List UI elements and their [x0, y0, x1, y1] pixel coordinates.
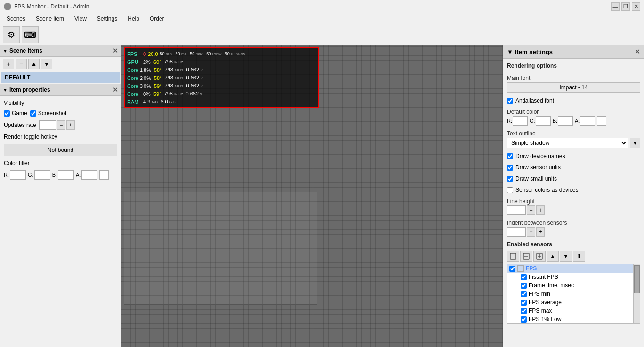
visibility-checks-row: Game Screenshot: [4, 110, 117, 117]
sensor-move-up[interactable]: ▲: [547, 251, 559, 262]
sensor-fps-max-checkbox[interactable]: [521, 308, 527, 314]
sensor-tool-3[interactable]: [533, 251, 546, 262]
line-height-decrement[interactable]: −: [527, 205, 535, 215]
indent-input[interactable]: x0.3: [507, 227, 526, 237]
sensor-tool-2[interactable]: [520, 251, 532, 262]
color-b-input[interactable]: 255: [58, 170, 74, 180]
fps-row: FPS 0 20.0 50 min 50 ms 50 max 50 P/low …: [127, 50, 316, 58]
antialiased-label: Antialiased font: [515, 97, 554, 104]
dc-r-input[interactable]: 255: [513, 116, 528, 126]
color-a-group: A: 255: [76, 170, 97, 180]
right-panel: ▼ Item settings ✕ Rendering options Main…: [503, 45, 644, 347]
updates-rate-spinbox: 4 − +: [39, 120, 75, 130]
item-props-panel: ▼ Item properties ✕ Visibility Game Scr: [0, 84, 121, 347]
font-display[interactable]: Impact - 14: [507, 82, 640, 93]
toolbar: ⚙ ⌨: [0, 24, 644, 45]
menu-order[interactable]: Order: [145, 15, 169, 23]
default-color-label: Default color: [507, 109, 640, 115]
updates-rate-increment[interactable]: +: [66, 120, 75, 130]
dc-color-swatch[interactable]: [597, 116, 606, 126]
menu-scene-item[interactable]: Scene item: [31, 15, 69, 23]
item-props-close-icon[interactable]: ✕: [113, 86, 118, 94]
b-label: B:: [52, 172, 57, 178]
draw-small-units-checkbox[interactable]: [507, 176, 513, 182]
core1-label: Core 1: [127, 66, 143, 74]
sensor-tool-1[interactable]: [507, 251, 519, 262]
indent-increment[interactable]: +: [536, 227, 545, 237]
right-panel-title-group: ▼ Item settings: [507, 48, 553, 55]
sensor-item-fps[interactable]: FPS: [507, 264, 633, 273]
sensor-fps-min-checkbox[interactable]: [521, 291, 527, 297]
dc-b-input[interactable]: 255: [558, 116, 573, 126]
dc-r-group: R: 255: [507, 116, 528, 126]
draw-sensor-units-checkbox[interactable]: [507, 165, 513, 171]
color-r-group: R: 255: [4, 170, 26, 180]
menu-view[interactable]: View: [70, 15, 91, 23]
updates-rate-row: Updates rate 4 − +: [4, 120, 117, 130]
monitor-widget: FPS 0 20.0 50 min 50 ms 50 max 50 P/low …: [124, 47, 319, 108]
scene-items-label: Scene items: [9, 47, 42, 54]
sensor-fps-min-label: FPS min: [529, 291, 550, 297]
sensors-toolbar: ▲ ▼ ⬆: [507, 249, 640, 264]
color-r-input[interactable]: 255: [10, 170, 26, 180]
default-color-section: Default color R: 255 G: 255 B: 255: [507, 109, 640, 126]
keyboard-toolbar-btn[interactable]: ⌨: [22, 26, 39, 43]
scene-items-panel: ▼ Scene items ✕ + − ▲ ▼ DEFAULT: [0, 45, 121, 84]
game-checkbox[interactable]: [4, 110, 10, 117]
updates-rate-input[interactable]: 4: [39, 120, 56, 130]
text-outline-arrow[interactable]: ▼: [630, 138, 640, 148]
indent-decrement[interactable]: −: [527, 227, 535, 237]
ram-label: RAM: [127, 98, 142, 106]
draw-device-names-checkbox[interactable]: [507, 153, 513, 159]
sensor-move-down[interactable]: ▼: [560, 251, 572, 262]
move-up-button[interactable]: ▲: [28, 59, 40, 69]
scrollbar-track[interactable]: [633, 264, 640, 323]
text-outline-select[interactable]: Simple shadow: [507, 138, 628, 148]
dc-g-input[interactable]: 255: [536, 116, 551, 126]
sensor-colors-as-devices-checkbox[interactable]: [507, 187, 513, 193]
sensor-move-top[interactable]: ⬆: [573, 251, 585, 262]
scene-items-toolbar: + − ▲ ▼: [0, 57, 121, 71]
ram-used: 4.9 GB: [143, 98, 158, 106]
dc-a-input[interactable]: 255: [580, 116, 595, 126]
scene-item-default[interactable]: DEFAULT: [1, 72, 120, 83]
move-down-button[interactable]: ▼: [41, 59, 52, 69]
menu-help[interactable]: Help: [123, 15, 144, 23]
color-a-input[interactable]: 255: [81, 170, 97, 180]
minimize-button[interactable]: —: [611, 2, 620, 11]
item-props-title: ▼ Item properties: [3, 87, 50, 93]
close-button[interactable]: ✕: [632, 2, 640, 11]
right-panel-header: ▼ Item settings ✕: [503, 45, 644, 59]
sensor-fps-avg-checkbox[interactable]: [521, 300, 527, 306]
antialiased-checkbox[interactable]: [507, 98, 513, 104]
settings-toolbar-btn[interactable]: ⚙: [3, 26, 20, 43]
draw-device-names-row: Draw device names: [507, 153, 640, 159]
item-props-header: ▼ Item properties ✕: [0, 84, 121, 96]
restore-button[interactable]: ❐: [621, 2, 630, 11]
scene-items-close-icon[interactable]: ✕: [113, 47, 118, 55]
updates-rate-decrement[interactable]: −: [57, 120, 65, 130]
menu-scenes[interactable]: Scenes: [2, 15, 30, 23]
menu-settings[interactable]: Settings: [92, 15, 122, 23]
sensor-instant-fps-checkbox[interactable]: [521, 274, 527, 280]
screenshot-checkbox[interactable]: [30, 110, 36, 117]
text-outline-dropdown-row: Simple shadow ▼: [507, 138, 640, 148]
dc-a-label: A:: [575, 118, 580, 124]
line-height-input[interactable]: x1.0: [507, 205, 526, 215]
line-height-increment[interactable]: +: [536, 205, 545, 215]
white-box: [124, 192, 317, 305]
right-panel-close-icon[interactable]: ✕: [635, 48, 640, 55]
sensor-fps-checkbox[interactable]: [509, 266, 515, 272]
svg-rect-0: [510, 253, 516, 259]
sensor-fps-color: [517, 265, 524, 272]
sensor-frame-time-checkbox[interactable]: [521, 283, 527, 289]
scrollbar-thumb[interactable]: [634, 265, 640, 293]
hotkey-button[interactable]: Not bound: [4, 144, 117, 156]
color-swatch[interactable]: [99, 170, 109, 180]
remove-scene-button[interactable]: −: [16, 59, 27, 69]
indent-label: Indent between sensors: [507, 220, 640, 226]
add-scene-button[interactable]: +: [3, 59, 14, 69]
color-g-input[interactable]: 255: [34, 170, 50, 180]
core2-row: Core 2 0% 58° 798 MHz 0.662 v: [127, 74, 316, 82]
sensor-fps-1pct-low-checkbox[interactable]: [521, 316, 527, 323]
